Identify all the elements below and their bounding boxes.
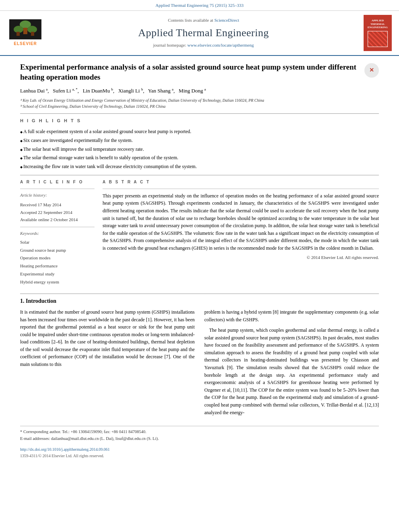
highlight-item: The solar thermal storage water tank is …	[20, 154, 379, 162]
section-title: 1. Introduction	[20, 297, 379, 305]
highlights-title: H I G H L I G H T S	[20, 118, 379, 124]
divider-info-top	[20, 189, 95, 189]
highlight-item: Six cases are investigated experimentall…	[20, 136, 379, 145]
keywords-list: Solar Ground source heat pump Operation …	[20, 238, 95, 286]
journal-name: Applied Thermal Engineering	[43, 25, 364, 41]
article-info-heading: A R T I C L E I N F O	[20, 179, 95, 185]
introduction-section: 1. Introduction It is estimated that the…	[20, 294, 379, 420]
affiliation-b: ᵇ School of Civil Engineering, Dalian Un…	[20, 103, 379, 109]
elsevier-image	[9, 19, 41, 39]
article-title: Experimental performance analysis of a s…	[20, 62, 379, 82]
footnote-email: E-mail addresses: dailanhua@mail.dlut.ed…	[20, 435, 379, 442]
science-direct-line: Contents lists available at ScienceDirec…	[43, 17, 364, 24]
authors-line: Lanhua Dai a, Sufen Li a, *, Lin DuanMu …	[20, 87, 379, 95]
intro-col2-p2: The heat pump system, which couples geot…	[204, 327, 379, 416]
keyword: Heating performance	[20, 262, 95, 270]
svg-rect-6	[31, 32, 34, 36]
intro-columns: It is estimated that the number of groun…	[20, 308, 379, 419]
doi-line: http://dx.doi.org/10.1016/j.applthermale…	[20, 446, 379, 453]
elsevier-logo: ELSEVIER	[7, 19, 43, 47]
article-info-col: A R T I C L E I N F O Article history: R…	[20, 179, 95, 286]
affiliation-a: ᵃ Key Lab. of Ocean Energy Utilization a…	[20, 97, 379, 103]
journal-cover-design	[368, 31, 388, 47]
abstract-heading: A B S T R A C T	[103, 179, 379, 185]
bottom-footer: http://dx.doi.org/10.1016/j.applthermale…	[20, 446, 379, 459]
intro-col1: It is estimated that the number of groun…	[20, 308, 195, 419]
accepted-date: Accepted 22 September 2014	[20, 209, 95, 216]
abstract-paragraph: This paper presents an experimental stud…	[103, 192, 379, 252]
copyright-line: © 2014 Elsevier Ltd. All rights reserved…	[103, 255, 379, 261]
keyword: Operation modes	[20, 254, 95, 262]
keyword: Experimental study	[20, 270, 95, 278]
crossmark-badge[interactable]: ✕	[364, 63, 379, 78]
keyword: Hybrid energy system	[20, 278, 95, 286]
journal-citation: Applied Thermal Engineering 75 (2015) 32…	[156, 3, 244, 8]
received-date: Received 17 May 2014	[20, 201, 95, 209]
highlight-item: The solar heat will improve the soil tem…	[20, 145, 379, 154]
highlights-list: A full scale experiment system of a sola…	[20, 127, 379, 171]
highlight-item: Increasing the flow rate in water tank w…	[20, 162, 379, 171]
svg-rect-5	[16, 32, 20, 36]
keywords-label: Keywords:	[20, 230, 95, 237]
journal-title-area: Contents lists available at ScienceDirec…	[43, 17, 364, 49]
journal-homepage: journal homepage: www.elsevier.com/locat…	[43, 42, 364, 49]
crossmark-icon: ✕	[364, 63, 379, 78]
journal-cover-image: APPLIED THERMAL ENGINEERING	[364, 15, 392, 51]
intro-col2-p1: problem is having a hybrid system [8] in…	[204, 308, 379, 323]
journal-citation-bar: Applied Thermal Engineering 75 (2015) 32…	[0, 0, 399, 11]
article-content: ✕ Experimental performance analysis of a…	[0, 56, 399, 466]
affiliations: ᵃ Key Lab. of Ocean Energy Utilization a…	[20, 97, 379, 109]
keyword: Ground source heat pump	[20, 246, 95, 255]
footnote-corresponding: * Corresponding author. Tel.: +86 130841…	[20, 429, 379, 435]
science-direct-link[interactable]: ScienceDirect	[214, 18, 239, 23]
intro-p1: It is estimated that the number of groun…	[20, 308, 195, 368]
footnote-area: * Corresponding author. Tel.: +86 130841…	[20, 426, 379, 442]
divider-abstract-top	[103, 189, 379, 189]
highlight-item: A full scale experiment system of a sola…	[20, 127, 379, 136]
article-dates: Received 17 May 2014 Accepted 22 Septemb…	[20, 201, 95, 224]
divider-info-mid	[20, 227, 95, 227]
elsevier-label: ELSEVIER	[14, 41, 37, 47]
available-date: Available online 2 October 2014	[20, 216, 95, 224]
keyword: Solar	[20, 238, 95, 246]
journal-homepage-link[interactable]: www.elsevier.com/locate/apthermeng	[187, 43, 254, 47]
info-abstract-section: A R T I C L E I N F O Article history: R…	[20, 179, 379, 286]
journal-cover-title: APPLIED THERMAL ENGINEERING	[365, 19, 390, 29]
journal-header: ELSEVIER Contents lists available at Sci…	[0, 11, 399, 56]
doi-link[interactable]: http://dx.doi.org/10.1016/j.applthermale…	[20, 447, 110, 452]
highlights-section: H I G H L I G H T S A full scale experim…	[20, 118, 379, 171]
abstract-text: This paper presents an experimental stud…	[103, 192, 379, 252]
history-label: Article history:	[20, 192, 95, 199]
divider-top	[20, 113, 379, 114]
divider-mid	[20, 175, 379, 175]
svg-rect-2	[23, 28, 27, 34]
issn-line: 1359-4311/© 2014 Elsevier Ltd. All right…	[20, 453, 379, 459]
intro-col2: problem is having a hybrid system [8] in…	[204, 308, 379, 419]
abstract-col: A B S T R A C T This paper presents an e…	[103, 179, 379, 286]
